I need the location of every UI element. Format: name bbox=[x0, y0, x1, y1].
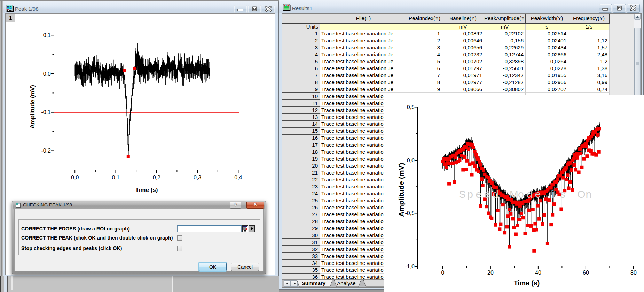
svg-text:0,1: 0,1 bbox=[43, 32, 51, 38]
svg-text:40: 40 bbox=[535, 270, 541, 276]
svg-text:20: 20 bbox=[487, 270, 494, 276]
svg-text:o: o bbox=[518, 188, 524, 200]
svg-text:M: M bbox=[510, 188, 518, 200]
svg-text:e: e bbox=[535, 188, 541, 200]
svg-text:O: O bbox=[577, 188, 585, 200]
svg-text:80: 80 bbox=[630, 270, 637, 276]
svg-text:S: S bbox=[459, 188, 466, 200]
svg-text:0,0: 0,0 bbox=[407, 157, 415, 163]
svg-text:0: 0 bbox=[441, 270, 444, 276]
svg-text:p: p bbox=[467, 188, 473, 200]
svg-text:Analyse: Analyse bbox=[337, 280, 355, 286]
svg-text:-1,0: -1,0 bbox=[405, 263, 415, 269]
svg-text:0,5: 0,5 bbox=[407, 104, 415, 110]
svg-text:0,0: 0,0 bbox=[71, 175, 79, 180]
svg-text:Time (s): Time (s) bbox=[135, 187, 158, 193]
svg-text:s: s bbox=[560, 188, 566, 200]
svg-text:-0,2: -0,2 bbox=[41, 148, 51, 154]
svg-text:d: d bbox=[493, 188, 498, 200]
svg-text:Amplitude (mV): Amplitude (mV) bbox=[397, 163, 405, 217]
svg-text:0,3: 0,3 bbox=[194, 175, 201, 180]
svg-text:d: d bbox=[526, 188, 532, 200]
svg-text:0,4: 0,4 bbox=[234, 175, 242, 180]
svg-text:e: e bbox=[476, 188, 482, 200]
svg-text:i: i bbox=[552, 188, 554, 200]
svg-text:Summary: Summary bbox=[302, 280, 326, 286]
svg-text:-0,1: -0,1 bbox=[41, 109, 51, 115]
svg-text:e: e bbox=[484, 188, 490, 200]
svg-text:0,2: 0,2 bbox=[153, 175, 160, 180]
svg-text:60: 60 bbox=[583, 270, 589, 276]
svg-text:-0,5: -0,5 bbox=[405, 210, 415, 216]
svg-text:Time (s): Time (s) bbox=[514, 279, 540, 287]
svg-text:n: n bbox=[586, 188, 592, 200]
svg-text:0,1: 0,1 bbox=[112, 175, 119, 180]
svg-text:Amplitude (mV): Amplitude (mV) bbox=[29, 85, 36, 129]
svg-text:0,0: 0,0 bbox=[43, 71, 51, 77]
